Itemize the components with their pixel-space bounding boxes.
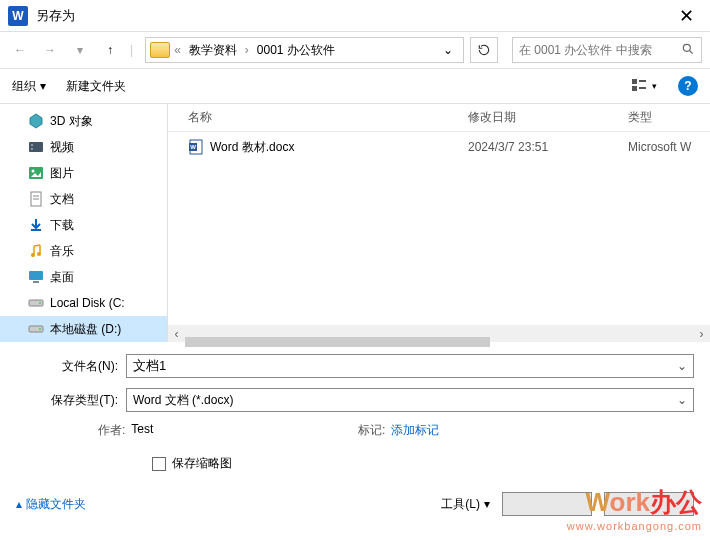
videos-icon xyxy=(28,139,44,155)
column-header-type[interactable]: 类型 xyxy=(628,109,710,126)
view-options-button[interactable]: ▾ xyxy=(630,74,658,98)
svg-line-1 xyxy=(690,50,693,53)
close-button[interactable]: ✕ xyxy=(671,5,702,27)
horizontal-scrollbar[interactable]: ‹ › xyxy=(168,325,710,342)
column-header-date[interactable]: 修改日期 xyxy=(468,109,628,126)
file-name-cell: W Word 教材.docx xyxy=(188,139,468,156)
sidebar-item-label: 3D 对象 xyxy=(50,113,93,130)
svg-rect-19 xyxy=(33,281,39,283)
scroll-thumb[interactable] xyxy=(185,337,490,347)
music-icon xyxy=(28,243,44,259)
tags-label: 标记: xyxy=(358,422,385,439)
breadcrumb-item[interactable]: 教学资料 xyxy=(185,42,241,59)
filename-label: 文件名(N): xyxy=(16,358,126,375)
sidebar-item-label: 图片 xyxy=(50,165,74,182)
file-date-cell: 2024/3/7 23:51 xyxy=(468,140,628,154)
sidebar-item-3d-objects[interactable]: 3D 对象 xyxy=(0,108,167,134)
svg-text:W: W xyxy=(190,144,196,150)
title-bar: W 另存为 ✕ xyxy=(0,0,710,32)
sidebar-item-downloads[interactable]: 下载 xyxy=(0,212,167,238)
help-button[interactable]: ? xyxy=(678,76,698,96)
svg-point-17 xyxy=(37,252,41,256)
column-headers: 名称 修改日期 类型 xyxy=(168,104,710,132)
save-thumbnail-label: 保存缩略图 xyxy=(172,455,232,472)
dialog-title: 另存为 xyxy=(36,7,75,25)
dialog-footer: ▴ 隐藏文件夹 工具(L) ▾ xyxy=(0,480,710,528)
desktop-icon xyxy=(28,269,44,285)
sidebar-item-documents[interactable]: 文档 xyxy=(0,186,167,212)
navigation-bar: ← → ▾ ↑ | « 教学资料 › 0001 办公软件 ⌄ xyxy=(0,32,710,68)
new-folder-button[interactable]: 新建文件夹 xyxy=(66,78,126,95)
search-box[interactable] xyxy=(512,37,702,63)
cancel-button[interactable] xyxy=(604,492,694,516)
author-field[interactable]: 作者: Test xyxy=(98,422,358,439)
filename-field[interactable]: ⌄ xyxy=(126,354,694,378)
sidebar-item-videos[interactable]: 视频 xyxy=(0,134,167,160)
svg-rect-9 xyxy=(31,148,33,150)
3d-objects-icon xyxy=(28,113,44,129)
word-doc-icon: W xyxy=(188,139,204,155)
file-type-cell: Microsoft W xyxy=(628,140,710,154)
hide-folders-label: 隐藏文件夹 xyxy=(26,496,86,513)
pictures-icon xyxy=(28,165,44,181)
organize-label: 组织 xyxy=(12,78,36,95)
filetype-dropdown[interactable]: ⌄ xyxy=(677,393,687,407)
view-icon xyxy=(632,79,650,93)
sidebar-item-local-disk-d[interactable]: 本地磁盘 (D:) xyxy=(0,316,167,342)
breadcrumb-sep: « xyxy=(174,43,181,57)
file-list: 名称 修改日期 类型 W Word 教材.docx 2024/3/7 23:51… xyxy=(168,104,710,342)
filename-input[interactable] xyxy=(133,359,677,374)
chevron-down-icon: ▾ xyxy=(484,497,490,511)
tags-value[interactable]: 添加标记 xyxy=(391,422,439,439)
recent-dropdown[interactable]: ▾ xyxy=(68,38,92,62)
file-name-text: Word 教材.docx xyxy=(210,139,294,156)
scroll-left-button[interactable]: ‹ xyxy=(168,325,185,342)
navigation-sidebar: 3D 对象 视频 图片 文档 下载 音乐 桌面 Local Disk (C: xyxy=(0,104,168,342)
new-folder-label: 新建文件夹 xyxy=(66,78,126,95)
search-input[interactable] xyxy=(519,43,681,57)
tags-field[interactable]: 标记: 添加标记 xyxy=(358,422,618,439)
svg-rect-2 xyxy=(632,79,637,84)
sidebar-item-label: 本地磁盘 (D:) xyxy=(50,321,121,338)
hide-folders-button[interactable]: ▴ 隐藏文件夹 xyxy=(16,496,86,513)
breadcrumb[interactable]: « 教学资料 › 0001 办公软件 ⌄ xyxy=(145,37,464,63)
sidebar-item-label: 文档 xyxy=(50,191,74,208)
file-row[interactable]: W Word 教材.docx 2024/3/7 23:51 Microsoft … xyxy=(168,132,710,162)
svg-point-21 xyxy=(39,302,41,304)
breadcrumb-dropdown[interactable]: ⌄ xyxy=(437,43,459,57)
svg-point-23 xyxy=(39,328,41,330)
scroll-right-button[interactable]: › xyxy=(693,325,710,342)
sidebar-item-desktop[interactable]: 桌面 xyxy=(0,264,167,290)
filetype-field[interactable]: Word 文档 (*.docx) ⌄ xyxy=(126,388,694,412)
column-header-name[interactable]: 名称 xyxy=(188,109,468,126)
organize-button[interactable]: 组织 ▾ xyxy=(12,78,46,95)
save-thumbnail-row: 保存缩略图 xyxy=(16,455,694,472)
sidebar-item-local-disk-c[interactable]: Local Disk (C: xyxy=(0,290,167,316)
save-thumbnail-checkbox[interactable] xyxy=(152,457,166,471)
downloads-icon xyxy=(28,217,44,233)
svg-rect-3 xyxy=(632,86,637,91)
filename-dropdown[interactable]: ⌄ xyxy=(677,359,687,373)
sidebar-item-music[interactable]: 音乐 xyxy=(0,238,167,264)
sidebar-item-label: 桌面 xyxy=(50,269,74,286)
sidebar-item-label: 视频 xyxy=(50,139,74,156)
refresh-button[interactable] xyxy=(470,37,498,63)
back-button[interactable]: ← xyxy=(8,38,32,62)
up-button[interactable]: ↑ xyxy=(98,38,122,62)
sidebar-item-label: 音乐 xyxy=(50,243,74,260)
svg-rect-8 xyxy=(31,144,33,146)
sidebar-item-label: 下载 xyxy=(50,217,74,234)
filetype-label: 保存类型(T): xyxy=(16,392,126,409)
save-button[interactable] xyxy=(502,492,592,516)
sidebar-item-pictures[interactable]: 图片 xyxy=(0,160,167,186)
tools-button[interactable]: 工具(L) ▾ xyxy=(441,496,490,513)
forward-button[interactable]: → xyxy=(38,38,62,62)
author-value[interactable]: Test xyxy=(131,422,153,439)
search-icon[interactable] xyxy=(681,42,695,59)
author-label: 作者: xyxy=(98,422,125,439)
chevron-down-icon: ▾ xyxy=(652,81,657,91)
sidebar-item-label: Local Disk (C: xyxy=(50,296,125,310)
breadcrumb-item[interactable]: 0001 办公软件 xyxy=(253,42,339,59)
svg-point-0 xyxy=(683,44,690,51)
nav-separator: | xyxy=(130,43,133,57)
